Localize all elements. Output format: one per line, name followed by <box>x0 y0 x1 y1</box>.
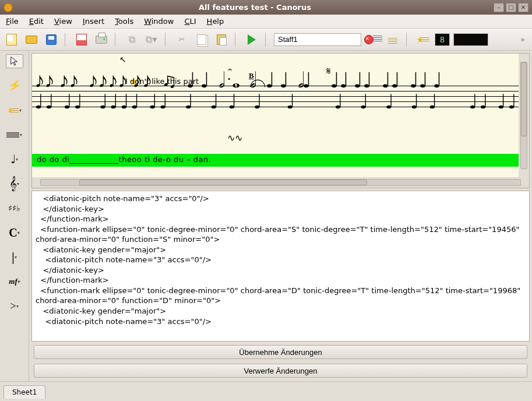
barline-tool[interactable]: |▾ <box>6 250 23 264</box>
source-line: <diatonic-pitch note-name="3" accs="0"/> <box>36 317 212 326</box>
accent-icon: > <box>10 300 16 312</box>
staff-lines-tool[interactable]: ▾ <box>6 128 23 142</box>
save-button[interactable] <box>43 32 59 47</box>
folder-icon <box>26 36 37 44</box>
link-arrow-button[interactable]: ⧉▾ <box>143 32 160 47</box>
paste-icon <box>217 34 226 45</box>
score-hscrollbar[interactable] <box>32 177 529 188</box>
dynamic-tool[interactable]: mf▾ <box>6 275 23 289</box>
titlebar: All features test - Canorus – □ ✕ <box>0 0 532 15</box>
source-line: </diatonic-key> <box>36 266 104 275</box>
note-tool[interactable]: ♩▾ <box>6 152 23 166</box>
source-line: </function-mark> <box>36 214 109 223</box>
print-icon <box>96 36 107 44</box>
accent-tool[interactable]: >▾ <box>6 299 23 313</box>
menu-insert[interactable]: Insert <box>83 17 104 26</box>
source-line: <diatonic-key gender="major"> <box>36 245 166 254</box>
staff-name-field[interactable] <box>274 33 361 46</box>
paste-button[interactable] <box>213 32 230 47</box>
source-pane[interactable]: <diatonic-pitch note-name="3" accs="0"/>… <box>31 191 530 342</box>
score-pane: ↖ ★ I don't like this part 𝄐• B 𝄋 ♪♪ ♪♪ … <box>31 53 530 188</box>
remove-icon <box>364 36 374 44</box>
window-title: All features test - Canorus <box>16 3 494 12</box>
timesig-tool[interactable]: C▾ <box>6 226 23 240</box>
star-icon: ★ <box>8 107 13 114</box>
play-button[interactable] <box>244 32 260 47</box>
toolbar: ⧉ ⧉▾ ✂ ★ 8 » <box>0 29 532 51</box>
vertical-toolbar: ⚡ ★ ▾ ▾ ♩▾ 𝄞▾ ♯♯♭ C▾ |▾ mf▾ >▾ <box>0 51 29 381</box>
play-icon <box>248 34 256 45</box>
open-button[interactable] <box>23 32 40 47</box>
sheet-tab[interactable]: Sheet1 <box>3 385 45 399</box>
discard-changes-button[interactable]: Verwerfe Änderungen <box>34 364 527 378</box>
trill-mark: ∿∿ <box>227 132 242 143</box>
toolbar-overflow[interactable]: » <box>517 35 529 44</box>
digit-display-2 <box>453 33 488 46</box>
staff-lines-icon <box>373 36 382 44</box>
note-glyphs-lower: ♩♩ ♩♩ ♩♩♩♩ ♩♩ ♩ ♩ ♩ ♩ ♩ ♩ ♩ ♩ ♩ ♩ ♩♩ ♩♩ … <box>34 90 527 113</box>
menu-view[interactable]: View <box>54 17 72 26</box>
copy-button[interactable] <box>193 32 210 47</box>
cursor-icon <box>9 56 20 66</box>
source-line: <function-mark ellipse="0" tonic-degree-… <box>36 225 522 244</box>
select-tool[interactable] <box>6 54 23 68</box>
clef-tool[interactable]: 𝄞▾ <box>6 177 23 191</box>
link-icon: ⧉ <box>129 34 135 45</box>
menu-window[interactable]: Window <box>144 17 174 26</box>
staves-icon <box>6 132 19 138</box>
source-line: <diatonic-pitch note-name="3" accs="0"/> <box>36 194 209 203</box>
menu-tools[interactable]: Tools <box>115 17 133 26</box>
close-button[interactable]: ✕ <box>518 3 529 12</box>
new-doc-icon <box>6 34 17 45</box>
pdf-icon <box>76 34 87 45</box>
menu-cli[interactable]: CLI <box>184 17 196 26</box>
apply-changes-button[interactable]: Übernehme Änderungen <box>34 345 527 359</box>
timesig-icon: C <box>9 226 17 240</box>
source-line: </function-mark> <box>36 276 109 284</box>
link-button[interactable]: ⧉ <box>124 32 140 47</box>
edit-voice-button[interactable] <box>385 32 401 47</box>
note-icon: ♩ <box>10 152 16 166</box>
digit-display-1: 8 <box>435 33 450 46</box>
staff-lines-icon <box>388 38 397 44</box>
clef-icon: 𝄞 <box>9 176 17 191</box>
menu-edit[interactable]: Edit <box>29 17 44 26</box>
statusbar: Sheet1 <box>0 381 532 401</box>
source-line: <diatonic-key gender="major"> <box>36 307 166 315</box>
star-icon: ★ <box>417 35 424 44</box>
lightning-icon: ⚡ <box>7 79 22 93</box>
score-vscrollbar[interactable] <box>519 54 529 177</box>
copy-icon <box>197 34 206 45</box>
keysig-icon: ♯♯♭ <box>8 203 20 213</box>
misc-star-button[interactable]: ★ <box>415 32 431 47</box>
maximize-button[interactable]: □ <box>506 3 516 12</box>
new-staff-tool[interactable]: ★ ▾ <box>6 103 23 117</box>
cut-icon: ✂ <box>179 35 185 44</box>
lyrics-row[interactable]: do do di____________theoo ti de-o du – d… <box>32 154 529 167</box>
remove-voice-button[interactable] <box>365 32 381 47</box>
app-icon <box>3 3 13 12</box>
insert-tool[interactable]: ⚡ <box>5 78 24 94</box>
menu-file[interactable]: File <box>6 17 19 26</box>
export-pdf-button[interactable] <box>73 32 90 47</box>
menubar: File Edit View Insert Tools Window CLI H… <box>0 15 532 29</box>
menu-help[interactable]: Help <box>207 17 224 26</box>
link-arrow-icon: ⧉▾ <box>146 34 157 45</box>
new-doc-button[interactable] <box>3 32 20 47</box>
note-glyphs-upper: ♪♪ ♪♪ ♪♪♪♪ ♪♪ ♫ ♩ ♩ 𝅗𝅥 𝅝 𝅗𝅥⌒♩ ♩ 𝅗𝅥 ♩ ♩♩ … <box>34 68 527 93</box>
source-line: <function-mark ellipse="0" tonic-degree-… <box>36 286 523 305</box>
source-line: </diatonic-key> <box>36 205 104 213</box>
print-button[interactable] <box>93 32 110 47</box>
source-line: <diatonic-pitch note-name="3" accs="0"/> <box>36 255 212 264</box>
save-icon <box>46 34 57 45</box>
keysig-tool[interactable]: ♯♯♭ <box>6 201 23 215</box>
score-viewport[interactable]: ↖ ★ I don't like this part 𝄐• B 𝄋 ♪♪ ♪♪ … <box>32 54 529 177</box>
minimize-button[interactable]: – <box>494 3 504 12</box>
mouse-cursor: ↖ <box>119 55 126 64</box>
cut-button[interactable]: ✂ <box>174 32 190 47</box>
dynamic-icon: mf <box>9 277 17 286</box>
